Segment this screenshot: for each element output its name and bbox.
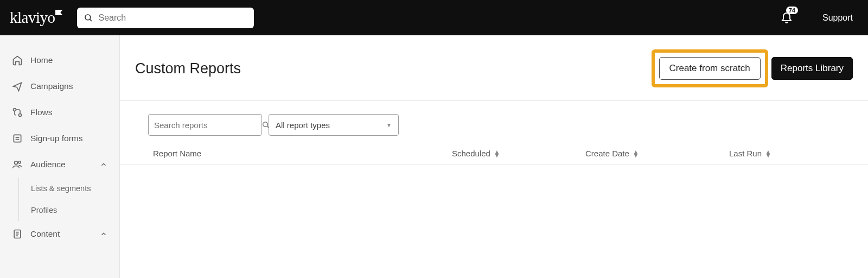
sort-icon: ▲▼ — [494, 150, 500, 157]
create-button-highlight: Create from scratch — [652, 49, 768, 87]
sidebar-item-label: Flows — [30, 108, 52, 117]
form-icon — [12, 133, 23, 144]
column-scheduled[interactable]: Scheduled ▲▼ — [452, 149, 585, 158]
sidebar-item-label: Lists & segments — [31, 184, 91, 193]
sidebar-item-audience[interactable]: Audience — [0, 151, 119, 178]
main-content: Custom Reports Create from scratch Repor… — [120, 35, 868, 278]
chevron-up-icon — [100, 230, 107, 238]
svg-point-2 — [14, 109, 16, 111]
support-link[interactable]: Support — [822, 13, 853, 23]
brand-text: klaviyo — [10, 9, 55, 26]
notification-count-badge: 74 — [786, 7, 798, 14]
page-title: Custom Reports — [135, 60, 241, 77]
sidebar-item-content[interactable]: Content — [0, 221, 119, 247]
chevron-up-icon — [100, 161, 107, 168]
svg-line-1 — [90, 19, 92, 21]
search-icon — [84, 13, 93, 23]
global-search-input[interactable] — [99, 13, 247, 23]
sidebar-item-campaigns[interactable]: Campaigns — [0, 73, 119, 99]
svg-point-3 — [19, 114, 22, 117]
content-icon — [12, 229, 23, 239]
sidebar-item-label: Profiles — [31, 206, 57, 214]
sidebar-item-label: Campaigns — [30, 81, 73, 91]
report-type-select[interactable]: All report types ▼ — [269, 114, 399, 136]
table-header: Report Name Scheduled ▲▼ Create Date ▲▼ … — [120, 146, 868, 165]
column-report-name[interactable]: Report Name — [148, 149, 452, 158]
brand-flag-icon — [55, 10, 63, 15]
sidebar-item-lists-segments[interactable]: Lists & segments — [19, 178, 119, 199]
sidebar-item-flows[interactable]: Flows — [0, 99, 119, 125]
notifications-button[interactable]: 74 — [780, 10, 793, 26]
sidebar-item-label: Audience — [30, 160, 66, 169]
column-label: Report Name — [153, 149, 201, 158]
brand-logo[interactable]: klaviyo — [10, 9, 55, 27]
flows-icon — [12, 107, 23, 118]
column-label: Scheduled — [452, 149, 490, 158]
column-label: Create Date — [585, 149, 629, 158]
search-reports[interactable] — [148, 114, 262, 136]
sort-icon: ▲▼ — [633, 150, 639, 157]
svg-point-13 — [263, 122, 268, 127]
svg-point-7 — [15, 161, 18, 165]
global-search[interactable] — [77, 8, 254, 28]
svg-rect-4 — [14, 135, 21, 142]
filters-toolbar: All report types ▼ — [120, 101, 868, 146]
search-reports-input[interactable] — [154, 121, 257, 130]
audience-icon — [12, 159, 23, 170]
topbar: klaviyo 74 Support — [0, 0, 868, 35]
column-create-date[interactable]: Create Date ▲▼ — [585, 149, 729, 158]
sidebar-item-profiles[interactable]: Profiles — [19, 199, 119, 221]
column-label: Last Run — [729, 149, 762, 158]
create-from-scratch-button[interactable]: Create from scratch — [659, 57, 761, 80]
sort-icon: ▲▼ — [765, 150, 771, 157]
svg-point-0 — [85, 15, 91, 20]
sidebar-item-label: Content — [30, 229, 60, 239]
sidebar-item-signup-forms[interactable]: Sign-up forms — [0, 125, 119, 151]
sidebar: Home Campaigns Flows Sign-up forms Audie… — [0, 35, 120, 278]
svg-point-8 — [18, 161, 21, 163]
sidebar-item-label: Home — [30, 55, 53, 65]
home-icon — [12, 55, 23, 66]
sidebar-sub-audience: Lists & segments Profiles — [18, 178, 119, 221]
reports-library-button[interactable]: Reports Library — [771, 57, 853, 80]
column-last-run[interactable]: Last Run ▲▼ — [729, 149, 840, 158]
dropdown-caret-icon: ▼ — [386, 122, 392, 128]
page-header: Custom Reports Create from scratch Repor… — [120, 35, 868, 101]
sidebar-item-home[interactable]: Home — [0, 47, 119, 73]
sidebar-item-label: Sign-up forms — [30, 134, 82, 143]
report-type-value: All report types — [276, 121, 330, 130]
send-icon — [12, 81, 23, 92]
